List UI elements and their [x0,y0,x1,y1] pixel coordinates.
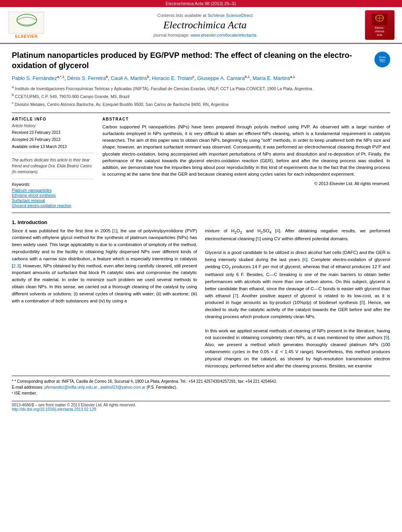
main-content: Platinum nanoparticles produced by EG/PV… [0,44,402,418]
elsevier-logo: ELSEVIER [9,12,44,39]
email-link-1[interactable]: pfernandez@inifta.unlp.edu.ar [44,385,97,389]
svg-point-3 [16,18,19,21]
svg-line-8 [18,26,19,30]
history-label: Article history: [12,124,94,128]
author-troiani[interactable]: Horacio E. Troiani [152,75,193,81]
ref-6[interactable]: 6 [304,257,306,262]
footnote-corresponding-text: * Corresponding author at: INIFTA, Casil… [15,379,277,384]
article-info-col: ARTICLE INFO Article history: Received 2… [12,117,94,209]
svg-line-11 [33,22,35,24]
ref-8[interactable]: 8 [361,300,363,305]
svg-point-2 [21,14,32,23]
affil-a: a Instituto de Investigaciones Fisicoquí… [12,85,390,92]
keyword-2[interactable]: Ethylene glycol synthesis [12,193,94,198]
author-sup-3: b [147,75,149,79]
sciverse-line: Contents lists available at SciVerse Sci… [157,13,252,18]
svg-rect-0 [9,12,44,33]
author-martins-maria[interactable]: María E. Martins [252,75,290,81]
footnote-corresponding: * * Corresponding author at: INIFTA, Cas… [12,378,390,384]
ref-7[interactable]: 7 [234,293,237,298]
sciverse-text: Contents lists available at [157,13,207,18]
article-title: Platinum nanoparticles produced by EG/PV… [12,50,371,70]
doi-link[interactable]: http://dx.doi.org/10.1016/j.electacta.20… [12,407,96,412]
accepted-date: Accepted 26 February 2013 [12,137,94,143]
journal-header: ELSEVIER Contents lists available at Sci… [0,7,402,44]
affil-b: b CCET/UFMS, C.P. 549, 79070-900 Campo G… [12,93,390,100]
journal-title: Electrochimica Acta [163,19,247,31]
header-left: ELSEVIER [5,10,48,40]
issn-text: 0013-4686/$ – see front matter © 2013 El… [12,403,390,407]
banner-text: Electrochimica Acta 98 (2013) 25–31 [166,1,237,6]
author-camara[interactable]: Giuseppe A. Camara [197,75,245,81]
author-sup-2: b [106,75,108,79]
journal-logo-right: Electro-chimicaActa [365,10,395,40]
author-fernandez[interactable]: Pablo S. Fernández [12,75,57,81]
author-ferreira[interactable]: Dênis S. Ferreira [67,75,106,81]
available-date: Available online 13 March 2013 [12,144,94,150]
article-body: 1. Introduction Since it was published f… [12,219,390,370]
header-right: Electro-chimicaActa [362,10,397,40]
author-martins-caue[interactable]: Cauê A. Martins [111,75,147,81]
author-sup-6: a,1 [290,75,295,79]
journal-banner: Electrochimica Acta 98 (2013) 25–31 [0,0,402,7]
author-sup-1: a,*,1 [57,75,65,79]
ref-9[interactable]: 9 [385,335,387,340]
svg-point-9 [33,18,37,21]
ref-1[interactable]: 1 [113,228,116,233]
journal-homepage: journal homepage: www.elsevier.com/locat… [154,33,256,37]
svg-line-6 [18,22,20,24]
svg-text:Cross: Cross [379,56,386,58]
divider-2 [12,213,390,213]
bottom-bar: 0013-4686/$ – see front matter © 2013 El… [12,401,390,412]
abstract-col: ABSTRACT Carbon supported Pt nanoparticl… [102,117,390,209]
abstract-copyright: © 2013 Elsevier Ltd. All rights reserved… [102,181,390,186]
email-suffix: (P.S. Fernández). [146,385,177,389]
author-sup-4: c [193,75,195,79]
svg-line-5 [15,22,18,24]
keyword-4[interactable]: Glycerol electro-oxidation reaction [12,204,94,208]
crossmark-badge[interactable]: Cross Mark [374,52,390,67]
dedication-text: The authors dedicate this article to the… [12,157,94,175]
affiliations: a Instituto de Investigaciones Fisicoquí… [12,85,390,108]
keyword-3[interactable]: Surfactant removal [12,198,94,203]
section-1-title: 1. Introduction [12,219,390,225]
section-1-heading: Introduction [17,219,47,225]
abstract-text: Carbon supported Pt nanoparticles (NPs) … [102,124,390,178]
homepage-text: journal homepage: [154,33,191,37]
svg-line-7 [16,26,18,30]
footnote-star: * [12,379,15,384]
ref-5[interactable]: 5 [257,236,259,241]
email-label: E-mail addresses: [12,385,44,389]
ref-2[interactable]: 2,3 [13,263,19,268]
elsevier-label: ELSEVIER [15,34,37,39]
keyword-1[interactable]: Platinum nanoparticles [12,188,94,193]
affil-c: c División Metales, Centro Atómico Baril… [12,100,390,108]
divider-1 [12,113,390,113]
keywords-label: Keywords: [12,182,94,187]
intro-col2: mixture of H2O2 and H2SO4 [4]. After obt… [205,228,391,370]
svg-line-13 [33,26,35,30]
homepage-link[interactable]: www.elsevier.com/locate/electacta [191,33,256,37]
svg-line-14 [35,26,37,30]
author-sup-5: b,1 [245,75,250,79]
svg-line-12 [35,22,37,24]
sciverse-link[interactable]: SciVerse ScienceDirect [207,13,252,18]
intro-col1: Since it was published for the first tim… [12,228,197,370]
received-date: Received 23 February 2013 [12,130,94,135]
divider-info [12,153,94,153]
authors-line: Pablo S. Fernándeza,*,1, Dênis S. Ferrei… [12,74,390,82]
footnote-area: * * Corresponding author at: INIFTA, Cas… [12,376,390,396]
info-abstract-section: ARTICLE INFO Article history: Received 2… [12,117,390,209]
journal-logo-text: Electro-chimicaActa [375,26,384,37]
ref-4[interactable]: 4 [276,228,279,233]
intro-body: Since it was published for the first tim… [12,228,390,370]
abstract-header: ABSTRACT [102,117,390,121]
section-1-number: 1. [12,219,16,225]
elsevier-logo-image [9,12,44,33]
svg-text:Mark: Mark [380,59,385,61]
header-center: Contents lists available at SciVerse Sci… [52,10,358,40]
footnote-ise: ¹ ISE member. [12,390,390,396]
email-link-2[interactable]: pablosf23@yahoo.com.ar [100,385,145,389]
article-info-header: ARTICLE INFO [12,117,94,121]
footnote-email-line: E-mail addresses: pfernandez@inifta.unlp… [12,384,390,390]
